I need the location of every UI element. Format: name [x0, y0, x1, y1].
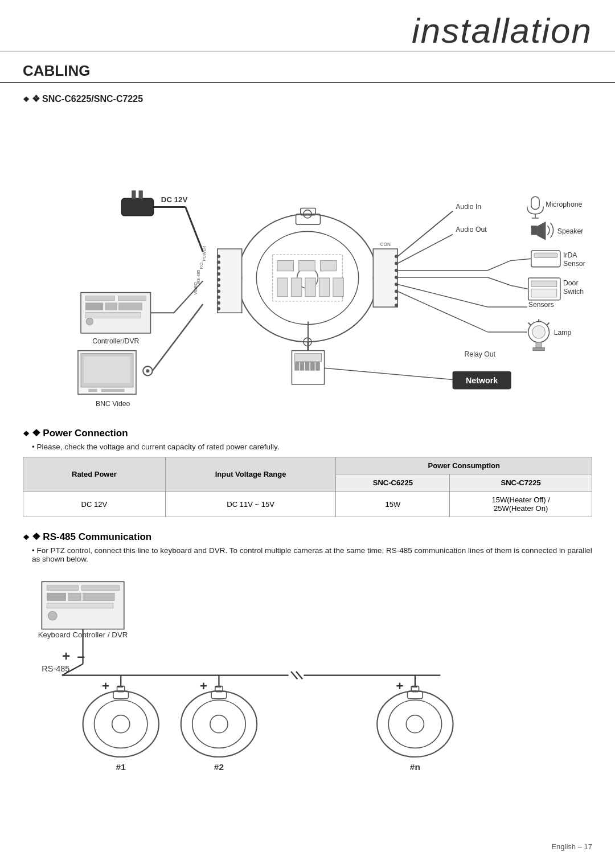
- svg-rect-52: [85, 303, 103, 310]
- svg-rect-104: [533, 347, 544, 350]
- svg-rect-91: [531, 289, 557, 297]
- svg-line-121: [397, 211, 453, 257]
- svg-point-30: [217, 296, 220, 299]
- svg-rect-111: [295, 362, 299, 370]
- svg-rect-45: [139, 191, 142, 199]
- rs485-diagram-svg: Keyboard Controller / DVR + – RS-485 + –…: [23, 569, 592, 835]
- svg-point-25: [217, 267, 220, 270]
- svg-rect-10: [277, 260, 294, 271]
- svg-point-31: [217, 301, 220, 305]
- power-table: Rated Power Input Voltage Range Power Co…: [23, 457, 592, 517]
- svg-rect-18: [218, 249, 242, 313]
- svg-point-142: [95, 700, 147, 748]
- svg-text:+: +: [62, 648, 70, 664]
- svg-text:IrDA: IrDA: [563, 251, 577, 259]
- svg-line-96: [397, 284, 487, 307]
- svg-point-27: [217, 278, 220, 281]
- table-row: DC 12V DC 11V ~ 15V 15W 15W(Heater Off) …: [23, 492, 592, 517]
- svg-point-41: [395, 297, 398, 300]
- svg-point-161: [406, 715, 424, 733]
- svg-text:#1: #1: [116, 762, 126, 772]
- svg-point-42: [395, 304, 398, 307]
- svg-line-59: [174, 281, 203, 313]
- svg-marker-78: [537, 222, 546, 240]
- svg-rect-114: [310, 362, 314, 370]
- svg-line-84: [511, 259, 531, 260]
- power-connection-bullet: Please, check the voltage and current ca…: [32, 443, 592, 451]
- power-connection-title: ❖ Power Connection: [23, 427, 592, 439]
- svg-text:–: –: [77, 648, 85, 664]
- svg-rect-54: [118, 303, 142, 310]
- svg-point-24: [217, 260, 220, 264]
- svg-line-75: [397, 234, 453, 263]
- svg-line-47: [186, 207, 203, 252]
- table-cell-input: DC 11V ~ 15V: [165, 492, 336, 517]
- svg-point-152: [210, 715, 228, 733]
- table-header-snc7225: SNC-C7225: [450, 474, 592, 492]
- svg-line-120: [325, 368, 453, 379]
- svg-text:+: +: [396, 679, 404, 693]
- svg-point-129: [48, 611, 57, 620]
- svg-rect-16: [319, 278, 329, 297]
- svg-line-92: [511, 285, 528, 289]
- svg-rect-13: [277, 278, 288, 297]
- svg-text:Sensor: Sensor: [563, 260, 585, 268]
- svg-text:POWER: POWER: [202, 246, 207, 261]
- svg-point-56: [86, 318, 93, 325]
- svg-text:Controller/DVR: Controller/DVR: [92, 337, 139, 345]
- svg-line-67: [153, 304, 203, 371]
- svg-line-101: [547, 323, 549, 325]
- svg-rect-62: [84, 357, 130, 383]
- svg-rect-64: [101, 389, 125, 392]
- svg-rect-15: [305, 278, 315, 297]
- svg-rect-126: [68, 593, 81, 600]
- page-title: installation: [412, 11, 592, 50]
- svg-rect-55: [85, 312, 141, 318]
- svg-rect-43: [121, 198, 153, 216]
- svg-rect-90: [531, 281, 557, 286]
- svg-text:#n: #n: [410, 762, 420, 772]
- svg-point-29: [217, 289, 220, 293]
- svg-text:#2: #2: [214, 762, 224, 772]
- page-header: installation: [0, 0, 615, 52]
- svg-rect-113: [305, 362, 309, 370]
- svg-rect-125: [47, 593, 65, 600]
- svg-rect-123: [47, 586, 79, 591]
- svg-rect-11: [299, 260, 315, 271]
- svg-line-88: [487, 277, 511, 285]
- page-footer: English – 17: [528, 837, 615, 857]
- svg-rect-110: [295, 354, 322, 362]
- cabling-diagram: POWER P.O. RS-485 VIDEO CON: [0, 107, 615, 420]
- table-header-input: Input Voltage Range: [165, 457, 336, 492]
- svg-rect-14: [291, 278, 301, 297]
- svg-rect-12: [320, 260, 337, 271]
- svg-point-23: [217, 255, 220, 258]
- svg-point-66: [146, 369, 149, 372]
- rs485-section: ❖ RS-485 Communication For PTZ control, …: [0, 525, 615, 563]
- svg-text:Audio In: Audio In: [456, 203, 481, 211]
- svg-line-106: [397, 291, 487, 331]
- table-header-snc6225: SNC-C6225: [336, 474, 450, 492]
- svg-text:+: +: [200, 679, 207, 693]
- svg-text:DC 12V: DC 12V: [161, 195, 188, 204]
- cabling-diagram-svg: POWER P.O. RS-485 VIDEO CON: [23, 107, 592, 420]
- svg-rect-63: [88, 389, 97, 392]
- table-cell-snc6: 15W: [336, 492, 450, 517]
- svg-text:Relay Out: Relay Out: [465, 350, 496, 358]
- table-header-power-consumption: Power Consumption: [336, 457, 592, 474]
- svg-rect-128: [47, 603, 113, 608]
- svg-text:Switch: Switch: [563, 288, 584, 296]
- svg-point-143: [112, 715, 130, 733]
- svg-text:RS-485: RS-485: [42, 664, 69, 673]
- svg-text:RS-485: RS-485: [196, 270, 201, 284]
- svg-rect-77: [531, 226, 537, 235]
- svg-line-100: [528, 323, 531, 325]
- svg-rect-33: [373, 249, 397, 307]
- svg-point-26: [217, 272, 220, 276]
- svg-text:Network: Network: [466, 376, 498, 385]
- table-cell-rated: DC 12V: [23, 492, 166, 517]
- page-number: English – 17: [551, 842, 592, 851]
- svg-text:CON: CON: [380, 242, 391, 247]
- svg-rect-127: [83, 593, 115, 600]
- svg-text:Lamp: Lamp: [554, 329, 572, 337]
